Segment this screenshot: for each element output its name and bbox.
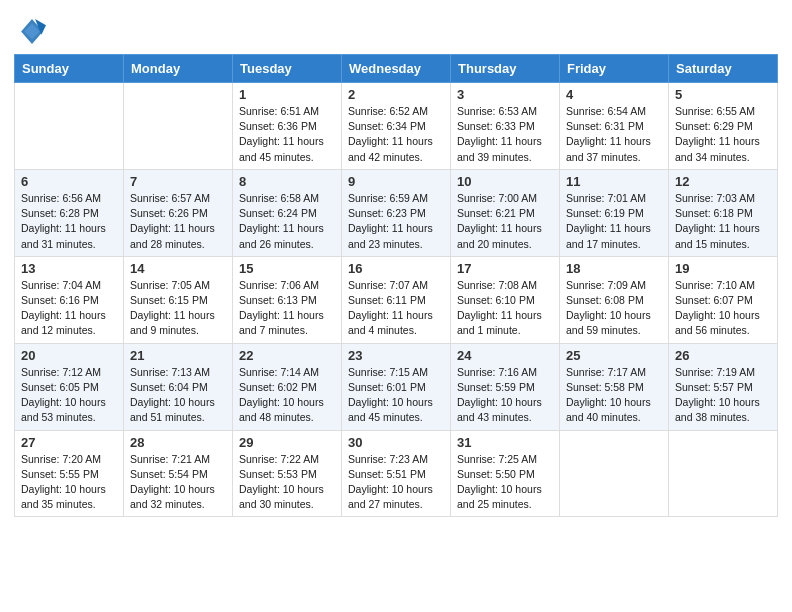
day-cell: 10Sunrise: 7:00 AM Sunset: 6:21 PM Dayli… <box>451 169 560 256</box>
column-header-monday: Monday <box>124 55 233 83</box>
day-cell: 1Sunrise: 6:51 AM Sunset: 6:36 PM Daylig… <box>233 83 342 170</box>
day-info: Sunrise: 6:51 AM Sunset: 6:36 PM Dayligh… <box>239 104 335 165</box>
day-cell: 18Sunrise: 7:09 AM Sunset: 6:08 PM Dayli… <box>560 256 669 343</box>
day-number: 5 <box>675 87 771 102</box>
day-info: Sunrise: 7:25 AM Sunset: 5:50 PM Dayligh… <box>457 452 553 513</box>
day-cell <box>15 83 124 170</box>
day-number: 22 <box>239 348 335 363</box>
day-cell: 12Sunrise: 7:03 AM Sunset: 6:18 PM Dayli… <box>669 169 778 256</box>
day-cell: 6Sunrise: 6:56 AM Sunset: 6:28 PM Daylig… <box>15 169 124 256</box>
day-info: Sunrise: 6:59 AM Sunset: 6:23 PM Dayligh… <box>348 191 444 252</box>
day-info: Sunrise: 7:01 AM Sunset: 6:19 PM Dayligh… <box>566 191 662 252</box>
day-cell: 21Sunrise: 7:13 AM Sunset: 6:04 PM Dayli… <box>124 343 233 430</box>
column-header-tuesday: Tuesday <box>233 55 342 83</box>
day-number: 11 <box>566 174 662 189</box>
day-number: 30 <box>348 435 444 450</box>
week-row-4: 20Sunrise: 7:12 AM Sunset: 6:05 PM Dayli… <box>15 343 778 430</box>
day-info: Sunrise: 7:20 AM Sunset: 5:55 PM Dayligh… <box>21 452 117 513</box>
day-cell: 16Sunrise: 7:07 AM Sunset: 6:11 PM Dayli… <box>342 256 451 343</box>
day-number: 16 <box>348 261 444 276</box>
day-info: Sunrise: 7:03 AM Sunset: 6:18 PM Dayligh… <box>675 191 771 252</box>
day-info: Sunrise: 7:08 AM Sunset: 6:10 PM Dayligh… <box>457 278 553 339</box>
day-info: Sunrise: 7:16 AM Sunset: 5:59 PM Dayligh… <box>457 365 553 426</box>
day-cell: 5Sunrise: 6:55 AM Sunset: 6:29 PM Daylig… <box>669 83 778 170</box>
day-cell: 19Sunrise: 7:10 AM Sunset: 6:07 PM Dayli… <box>669 256 778 343</box>
day-info: Sunrise: 6:52 AM Sunset: 6:34 PM Dayligh… <box>348 104 444 165</box>
day-info: Sunrise: 7:10 AM Sunset: 6:07 PM Dayligh… <box>675 278 771 339</box>
day-cell: 17Sunrise: 7:08 AM Sunset: 6:10 PM Dayli… <box>451 256 560 343</box>
column-header-saturday: Saturday <box>669 55 778 83</box>
day-info: Sunrise: 6:56 AM Sunset: 6:28 PM Dayligh… <box>21 191 117 252</box>
day-number: 14 <box>130 261 226 276</box>
day-cell <box>124 83 233 170</box>
day-cell: 26Sunrise: 7:19 AM Sunset: 5:57 PM Dayli… <box>669 343 778 430</box>
day-cell: 23Sunrise: 7:15 AM Sunset: 6:01 PM Dayli… <box>342 343 451 430</box>
day-number: 24 <box>457 348 553 363</box>
day-number: 17 <box>457 261 553 276</box>
day-number: 9 <box>348 174 444 189</box>
day-info: Sunrise: 7:12 AM Sunset: 6:05 PM Dayligh… <box>21 365 117 426</box>
header <box>14 10 778 44</box>
day-cell <box>560 430 669 517</box>
day-number: 3 <box>457 87 553 102</box>
day-cell: 3Sunrise: 6:53 AM Sunset: 6:33 PM Daylig… <box>451 83 560 170</box>
calendar-table: SundayMondayTuesdayWednesdayThursdayFrid… <box>14 54 778 517</box>
day-cell <box>669 430 778 517</box>
column-header-wednesday: Wednesday <box>342 55 451 83</box>
day-number: 4 <box>566 87 662 102</box>
day-number: 26 <box>675 348 771 363</box>
day-number: 12 <box>675 174 771 189</box>
day-number: 10 <box>457 174 553 189</box>
day-cell: 7Sunrise: 6:57 AM Sunset: 6:26 PM Daylig… <box>124 169 233 256</box>
day-number: 29 <box>239 435 335 450</box>
day-cell: 27Sunrise: 7:20 AM Sunset: 5:55 PM Dayli… <box>15 430 124 517</box>
day-number: 2 <box>348 87 444 102</box>
day-number: 23 <box>348 348 444 363</box>
day-cell: 28Sunrise: 7:21 AM Sunset: 5:54 PM Dayli… <box>124 430 233 517</box>
day-number: 27 <box>21 435 117 450</box>
day-cell: 24Sunrise: 7:16 AM Sunset: 5:59 PM Dayli… <box>451 343 560 430</box>
day-number: 21 <box>130 348 226 363</box>
day-number: 28 <box>130 435 226 450</box>
calendar-header: SundayMondayTuesdayWednesdayThursdayFrid… <box>15 55 778 83</box>
day-info: Sunrise: 7:04 AM Sunset: 6:16 PM Dayligh… <box>21 278 117 339</box>
day-number: 25 <box>566 348 662 363</box>
column-header-friday: Friday <box>560 55 669 83</box>
day-info: Sunrise: 7:23 AM Sunset: 5:51 PM Dayligh… <box>348 452 444 513</box>
day-cell: 4Sunrise: 6:54 AM Sunset: 6:31 PM Daylig… <box>560 83 669 170</box>
day-cell: 8Sunrise: 6:58 AM Sunset: 6:24 PM Daylig… <box>233 169 342 256</box>
day-cell: 11Sunrise: 7:01 AM Sunset: 6:19 PM Dayli… <box>560 169 669 256</box>
day-info: Sunrise: 6:55 AM Sunset: 6:29 PM Dayligh… <box>675 104 771 165</box>
header-row: SundayMondayTuesdayWednesdayThursdayFrid… <box>15 55 778 83</box>
day-info: Sunrise: 7:09 AM Sunset: 6:08 PM Dayligh… <box>566 278 662 339</box>
logo-icon <box>18 16 46 44</box>
day-number: 18 <box>566 261 662 276</box>
day-number: 7 <box>130 174 226 189</box>
day-cell: 29Sunrise: 7:22 AM Sunset: 5:53 PM Dayli… <box>233 430 342 517</box>
day-cell: 9Sunrise: 6:59 AM Sunset: 6:23 PM Daylig… <box>342 169 451 256</box>
day-info: Sunrise: 6:53 AM Sunset: 6:33 PM Dayligh… <box>457 104 553 165</box>
logo <box>14 16 48 44</box>
day-number: 13 <box>21 261 117 276</box>
day-info: Sunrise: 7:22 AM Sunset: 5:53 PM Dayligh… <box>239 452 335 513</box>
day-info: Sunrise: 7:06 AM Sunset: 6:13 PM Dayligh… <box>239 278 335 339</box>
day-info: Sunrise: 7:15 AM Sunset: 6:01 PM Dayligh… <box>348 365 444 426</box>
day-number: 31 <box>457 435 553 450</box>
day-cell: 20Sunrise: 7:12 AM Sunset: 6:05 PM Dayli… <box>15 343 124 430</box>
week-row-2: 6Sunrise: 6:56 AM Sunset: 6:28 PM Daylig… <box>15 169 778 256</box>
day-cell: 2Sunrise: 6:52 AM Sunset: 6:34 PM Daylig… <box>342 83 451 170</box>
week-row-5: 27Sunrise: 7:20 AM Sunset: 5:55 PM Dayli… <box>15 430 778 517</box>
day-cell: 25Sunrise: 7:17 AM Sunset: 5:58 PM Dayli… <box>560 343 669 430</box>
calendar-body: 1Sunrise: 6:51 AM Sunset: 6:36 PM Daylig… <box>15 83 778 517</box>
day-cell: 13Sunrise: 7:04 AM Sunset: 6:16 PM Dayli… <box>15 256 124 343</box>
day-number: 15 <box>239 261 335 276</box>
day-info: Sunrise: 6:58 AM Sunset: 6:24 PM Dayligh… <box>239 191 335 252</box>
day-cell: 30Sunrise: 7:23 AM Sunset: 5:51 PM Dayli… <box>342 430 451 517</box>
day-info: Sunrise: 7:07 AM Sunset: 6:11 PM Dayligh… <box>348 278 444 339</box>
day-info: Sunrise: 7:13 AM Sunset: 6:04 PM Dayligh… <box>130 365 226 426</box>
day-info: Sunrise: 7:14 AM Sunset: 6:02 PM Dayligh… <box>239 365 335 426</box>
day-number: 1 <box>239 87 335 102</box>
calendar-container: SundayMondayTuesdayWednesdayThursdayFrid… <box>0 0 792 531</box>
day-cell: 22Sunrise: 7:14 AM Sunset: 6:02 PM Dayli… <box>233 343 342 430</box>
day-info: Sunrise: 7:00 AM Sunset: 6:21 PM Dayligh… <box>457 191 553 252</box>
